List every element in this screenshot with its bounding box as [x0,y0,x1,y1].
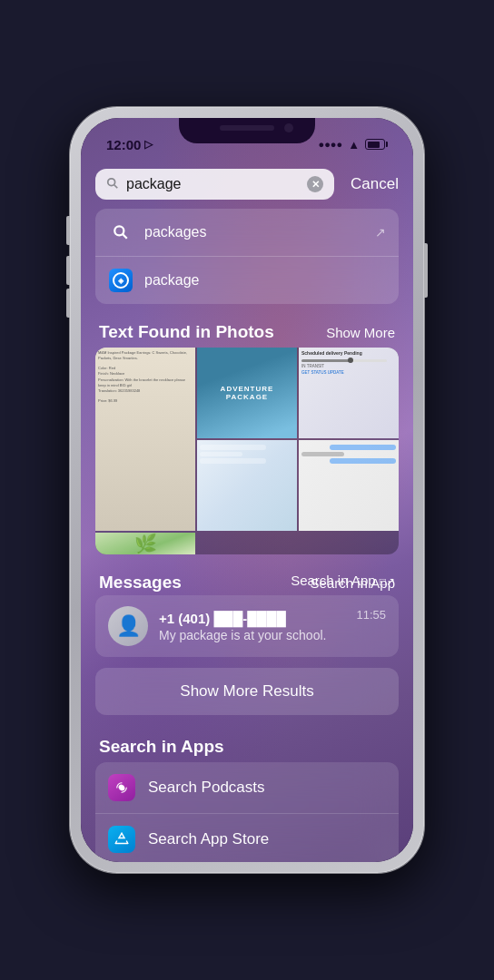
signal-icon: ●●●● [319,139,343,150]
message-preview: My package is at your school. [159,628,345,642]
messages-search-in-app-label[interactable]: Search in App □↗ [291,573,395,588]
search-bar-container: package ✕ Cancel [81,162,413,209]
wifi-icon: ▲ [348,138,360,152]
messages-container: 👤 +1 (401) ███-████ My package is at you… [95,595,399,657]
podcasts-icon [108,774,135,801]
photo-cell-4[interactable] [197,440,297,531]
message-item[interactable]: 👤 +1 (401) ███-████ My package is at you… [95,595,399,657]
photos-grid: M&M Inspired Package Earrings: C Sweets,… [95,348,399,554]
message-sender: +1 (401) ███-████ [159,611,345,626]
photo-cell-1[interactable]: M&M Inspired Package Earrings: C Sweets,… [95,348,195,531]
suggestion-arrow-icon: ↗ [375,225,386,240]
message-content: +1 (401) ███-████ My package is at your … [159,611,345,642]
svg-line-1 [114,184,118,188]
photos-section-title: Text Found in Photos [99,322,274,342]
phone-outer: 12:00 ▷ ●●●● ▲ [70,107,424,873]
notch-camera [284,123,293,132]
photos-show-more-button[interactable]: Show More [326,325,395,340]
photo-cell-2[interactable]: ADVENTURE PACKAGE [197,348,297,438]
svg-point-0 [108,178,115,185]
search-podcasts-label: Search Podcasts [148,779,265,797]
show-more-results-button[interactable]: Show More Results [95,668,399,715]
show-more-results-label: Show More Results [180,682,313,700]
avatar: 👤 [108,606,148,646]
search-bar[interactable]: package ✕ [95,169,334,200]
location-arrow-icon: ▷ [144,138,153,151]
search-apps-container: Search Podcasts Search App [95,762,399,862]
suggestions-container: packages ↗ ◈ [95,209,399,304]
photo-cell-6[interactable]: 🌿 [95,533,195,554]
search-clear-button[interactable]: ✕ [307,176,323,192]
search-in-apps-header: Search in Apps [81,730,413,762]
clock: 12:00 [106,137,141,152]
suggestion-package[interactable]: ◈ package [95,257,399,304]
search-appstore-item[interactable]: Search App Store [95,814,399,862]
suggestion-packages-label: packages [144,224,364,240]
search-icon [106,177,119,192]
cancel-button[interactable]: Cancel [341,175,399,193]
screen-bg: 12:00 ▷ ●●●● ▲ [81,118,413,862]
messages-section-title: Messages [99,573,182,593]
person-icon: 👤 [116,614,141,638]
photo-cell-5[interactable] [299,440,399,531]
battery-icon [365,139,388,150]
message-time: 11:55 [356,606,386,622]
phone-inner: 12:00 ▷ ●●●● ▲ [81,118,413,862]
svg-line-3 [123,234,127,239]
photo-cell-3[interactable]: Scheduled delivery Pending IN TRANSIT GE… [299,348,399,438]
suggestion-packages[interactable]: packages ↗ [95,209,399,257]
sender-name: +1 (401) ███-████ [159,611,286,626]
svg-point-2 [114,226,124,235]
search-query[interactable]: package [126,176,300,192]
notch [179,118,315,143]
status-icons: ●●●● ▲ [319,138,388,152]
search-in-apps-title: Search in Apps [99,737,224,757]
safari-icon-wrap: ◈ [108,268,133,293]
photos-section-header: Text Found in Photos Show More [81,315,413,348]
appstore-icon [108,826,135,853]
suggestion-package-label: package [144,272,386,289]
search-appstore-label: Search App Store [148,830,269,848]
search-podcasts-item[interactable]: Search Podcasts [95,762,399,814]
notch-speaker [220,125,274,131]
status-time: 12:00 ▷ [106,137,153,152]
phone-frame: 12:00 ▷ ●●●● ▲ [0,0,494,980]
suggestion-search-icon [108,220,133,245]
